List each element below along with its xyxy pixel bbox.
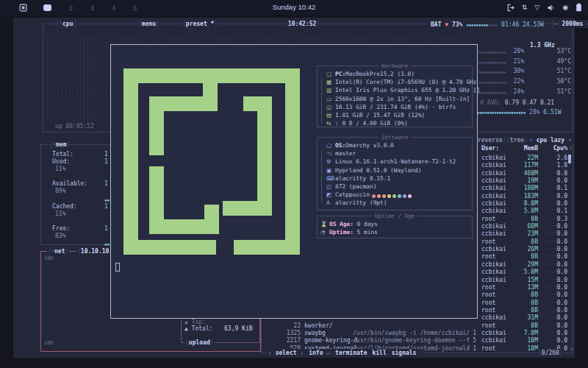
mem-row: Cached: 1 [52, 203, 118, 210]
hardware-line-icon: ▦ [326, 79, 335, 85]
keybind-button[interactable]: signals [392, 350, 417, 356]
keybind-button[interactable]: ↑ select ↓ [268, 350, 304, 356]
theme-color-dot [387, 194, 391, 198]
net-total-value: 63,9 KiB [224, 325, 253, 332]
interval-minus-button[interactable]: – [555, 21, 559, 27]
net-scale-bottom: 10K [44, 340, 54, 346]
software-line: ⌨alacritty 0.15.1 [320, 175, 472, 183]
software-line-icon: ⌨ [326, 175, 335, 182]
uptime-line-icon: ◔ [320, 229, 329, 236]
update-interval: – 2000ms + [551, 20, 588, 28]
theme-color-dots [372, 194, 412, 198]
preset-button[interactable]: preset * [182, 20, 218, 28]
proc-reverse-toggle[interactable]: reverse [473, 136, 506, 144]
updown-arrows-icon[interactable]: ⇅ [522, 4, 528, 11]
software-line: ▢OS:Omarchy v3.0.0 [320, 142, 472, 150]
software-line: Aalacritty (9pt) [320, 199, 472, 208]
cpu-core-row: ▪▪▪▪▪▪▪▪▪▪▪▪ 24% ······· 51°C [478, 88, 571, 99]
hardware-line-icon: ◫ [326, 104, 335, 110]
core-meter: ▪▪▪▪▪▪▪▪▪▪▪▪ [478, 60, 506, 65]
cpu-total-meter: ▪▪▪▪▪▪▪▪▪▪▪▪▪▪▪▪▪▪▪▪ 28% 6.51W [477, 109, 561, 116]
hardware-line-icon: ▤ [326, 112, 335, 118]
workspace-item[interactable]: 4 [112, 4, 115, 12]
menu-button[interactable]: menu [137, 20, 160, 28]
hardware-line: ▢PC:MacBookPro15,2 (1.0) [320, 71, 472, 79]
hardware-line-icon: ▭ [326, 96, 335, 102]
mem-row: Free: 1 [52, 225, 118, 233]
core-percent: 30% [503, 68, 524, 74]
theme-color-dot [372, 194, 376, 198]
hardware-line: ◫10.13 GiB / 231.74 GiB (4%) - btrfs [320, 104, 472, 112]
sort-direction-arrow: ↑ [569, 145, 573, 152]
software-line-icon: ▢ [326, 142, 335, 149]
keybind-button[interactable]: kill [372, 350, 386, 356]
hardware-line: ▥Intel Iris Plus Graphics 655 @ 1.20 GHz… [320, 87, 472, 95]
cpu-clock-time: 10:42:52 [284, 20, 320, 28]
process-row[interactable]: 22 kworker/ root 0B ····· 0.0 [262, 322, 573, 330]
app-launcher-icon[interactable] [19, 4, 27, 12]
workspace-item[interactable]: 2 [69, 4, 73, 12]
process-row[interactable]: 1325 swaybg /usr/bin/swaybg -i /home/ccb… [262, 330, 573, 337]
battery-meter: ▪▪▪▪▪▪▪▪▪ [466, 22, 488, 27]
top-bar: 2345 Sunday 10:42 ⇅ ▽ ◉ [0, 0, 588, 15]
uptime-title: Uptime / Age [372, 213, 417, 219]
uptime-section: Uptime / Age ⌛OS Age: 0 days ◔Uptime: 5 … [317, 216, 473, 238]
theme-color-dot [403, 194, 406, 198]
hardware-line-icon: ⇆ [326, 120, 335, 127]
mem-row: 11% [52, 210, 118, 218]
logo-segment [234, 240, 300, 255]
mem-row: Total: 1 [52, 151, 118, 158]
logout-icon[interactable] [506, 4, 514, 12]
cpu-core-row: ▪▪▪▪▪▪▪▪▪▪▪▪ 30% ······· 51°C [478, 68, 571, 78]
workspace-item[interactable]: 5 [133, 4, 137, 12]
mem-row: ▪▪▪ [52, 196, 118, 203]
theme-color-dot [392, 194, 396, 198]
core-percent: 22% [503, 78, 524, 85]
upload-tab[interactable]: upload [184, 339, 215, 347]
volume-icon[interactable] [547, 4, 555, 12]
cpu-core-row: ▪▪▪▪▪▪▪▪▪▪▪▪ 22% ······· 50°C [478, 78, 571, 88]
uptime-line: ⌛OS Age: 0 days [320, 221, 472, 229]
software-line-icon: ▣ [326, 167, 335, 174]
fastfetch-terminal[interactable]: Hardware ▢PC:MacBookPro15,2 (1.0) ▦Intel… [110, 44, 478, 319]
process-row[interactable]: 2217 gnome-keyring-d /usr/bin/gnome-keyr… [262, 337, 573, 344]
mem-row: 89% [52, 188, 118, 195]
workspace-list: 2345 [51, 4, 137, 12]
software-line-icon: ◩ [326, 191, 335, 198]
proc-tree-toggle[interactable]: tree [506, 136, 528, 144]
proc-selection-counter: 0/268 [537, 349, 564, 357]
keybind-button[interactable]: terminate [335, 350, 367, 356]
core-percent: 20% [503, 48, 524, 54]
core-temp: 51°C [557, 88, 571, 95]
proc-sort-selector[interactable]: ‹ cpu lazy › [528, 137, 573, 144]
hardware-line-icon: ▥ [326, 87, 335, 93]
software-line: ⌥master [320, 150, 472, 158]
logo-segment [123, 68, 300, 83]
hardware-line-icon: ▢ [326, 71, 335, 77]
software-line: ⚙Linux 6.16.1-arch1-Watanare-T2-1-t2 [320, 158, 472, 166]
core-meter: ▪▪▪▪▪▪▪▪▪▪▪▪ [478, 49, 506, 54]
battery-percent: 73% [452, 21, 462, 28]
column-user[interactable]: User: [481, 145, 499, 152]
battery-icon[interactable] [576, 3, 582, 12]
hardware-lines: ▢PC:MacBookPro15,2 (1.0) ▦Intel(R) Core(… [318, 66, 472, 128]
logo-segment [285, 68, 300, 255]
proc-keybinds: ↑ select ↓info ↵terminatekillsignals [267, 349, 423, 357]
column-mem[interactable]: MemB [510, 145, 538, 152]
workspace-item[interactable]: 3 [90, 4, 94, 12]
mem-row: Used: 1 [52, 158, 118, 166]
mem-box-title: ²mem [49, 141, 71, 149]
cpu-box-title: ¹cpu [55, 20, 77, 29]
theme-color-dot [408, 194, 412, 198]
mem-row [52, 173, 118, 180]
net-top-label: ▲ Top: [184, 319, 206, 325]
column-cpu[interactable]: Cpu% [553, 145, 567, 152]
software-line: ▣Hyprland 0.51.0 (Wayland) [320, 167, 472, 175]
record-icon[interactable]: ◉ [562, 4, 568, 11]
keybind-button[interactable]: info ↵ [309, 350, 330, 356]
wifi-icon[interactable]: ▽ [534, 4, 539, 11]
core-temp: 53°C [557, 48, 571, 54]
workspace-active[interactable] [43, 4, 51, 11]
logo-segment [123, 68, 138, 255]
battery-time: 01:46 [501, 21, 519, 28]
